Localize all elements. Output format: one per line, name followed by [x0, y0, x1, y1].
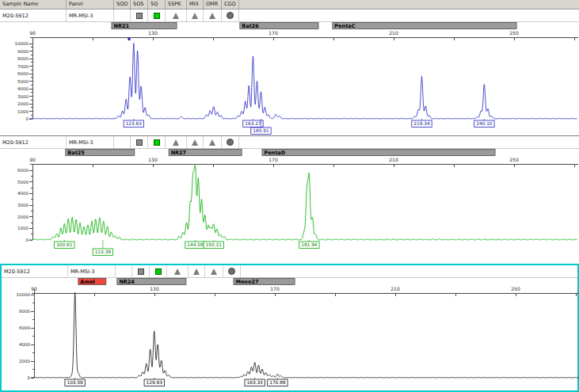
- column-header-sspk[interactable]: SSPK: [166, 0, 187, 9]
- dye-trace: [29, 44, 577, 119]
- flag-sspk-triangle-icon: [166, 136, 187, 148]
- flag-omr-triangle-icon: [205, 265, 223, 277]
- y-axis-tick-label: 9000: [17, 49, 29, 54]
- marker-bar-pentac[interactable]: [333, 23, 516, 29]
- marker-label: Bat26: [242, 23, 259, 29]
- y-axis-tick-label: 5000: [17, 79, 29, 84]
- y-axis-tick-label: 10000: [17, 292, 31, 297]
- sspk-status-glyph: [173, 139, 179, 146]
- mix-status-glyph: [192, 13, 198, 19]
- flag-cgq-circle-icon: [222, 136, 239, 148]
- flag-sqo-cell: [116, 265, 132, 277]
- electropherogram-panel-3: M20-5912MR-MSI-3AmelNR24Mono279013017021…: [0, 264, 579, 392]
- electropherogram-plot[interactable]: AmelNR24Mono2790130170210250020004000600…: [2, 278, 579, 390]
- sample-name: M20-5912: [0, 136, 67, 148]
- peak-size-label: 123.63: [126, 121, 143, 126]
- electropherogram-panel-1: M20-5912MR-MSI-3NR21Bat26PentaC901301702…: [0, 10, 579, 135]
- sample-row-filler: [239, 10, 579, 21]
- peak-size-label: 181.94: [301, 242, 318, 247]
- column-header-sq[interactable]: SQ: [148, 0, 166, 9]
- sos-status-glyph: [136, 13, 143, 19]
- sspk-status-glyph: [173, 13, 179, 19]
- x-axis-tick-label: 90: [29, 30, 36, 36]
- y-axis-tick-label: 3000: [17, 94, 29, 99]
- y-axis-tick-label: 2000: [17, 215, 29, 219]
- y-axis-tick-label: 4000: [17, 86, 29, 91]
- peak-size-label: 103.59: [67, 380, 83, 385]
- cgq-status-glyph: [227, 12, 234, 19]
- sos-status-glyph: [136, 139, 143, 146]
- x-axis-tick-label: 170: [269, 157, 278, 162]
- y-axis-tick-label: 6000: [17, 71, 29, 76]
- flag-sq-square-icon: [148, 10, 166, 21]
- x-axis-tick-label: 170: [269, 30, 278, 36]
- x-axis-tick-label: 210: [389, 30, 398, 36]
- column-header-sample-name[interactable]: Sample Name: [0, 0, 67, 9]
- omr-status-glyph: [209, 13, 215, 19]
- x-axis-tick-label: 250: [509, 30, 519, 36]
- flag-sos-square-icon: [132, 265, 150, 277]
- y-axis-tick-label: 6000: [17, 168, 29, 173]
- marker-label: Amel: [80, 279, 94, 285]
- y-axis-tick-label: 1000: [17, 109, 29, 114]
- marker-bar-pentad[interactable]: [262, 150, 495, 156]
- electropherogram-panels: M20-5912MR-MSI-3NR21Bat26PentaC901301702…: [0, 10, 579, 392]
- marker-label: NR21: [113, 23, 129, 29]
- x-axis-tick-label: 170: [270, 286, 280, 291]
- flag-sos-square-icon: [131, 136, 148, 148]
- marker-label: PentaC: [334, 23, 355, 29]
- sample-name: M20-5912: [2, 265, 68, 277]
- samples-table-header: Sample NamePanelSQOSOSSQSSPKMIXOMRCGQ: [0, 0, 579, 10]
- peak-size-label: 129.93: [147, 380, 163, 385]
- column-header-panel[interactable]: Panel: [67, 0, 114, 9]
- flag-sqo-cell: [114, 136, 131, 148]
- column-header-cgq[interactable]: CGQ: [222, 0, 239, 9]
- column-header-omr[interactable]: OMR: [204, 0, 222, 9]
- y-axis-tick-label: 8000: [17, 56, 29, 61]
- column-header-sos[interactable]: SOS: [131, 0, 148, 9]
- peak-size-label: 240.10: [476, 121, 493, 126]
- marker-label: NR24: [119, 279, 135, 285]
- y-axis-tick-label: 6000: [19, 325, 30, 330]
- peak-size-label: 219.34: [413, 121, 430, 126]
- marker-label: Mono27: [235, 279, 258, 285]
- x-axis-tick-label: 130: [148, 157, 158, 162]
- sspk-status-glyph: [174, 268, 181, 275]
- y-axis-tick-label: 10000: [15, 41, 29, 46]
- peak-size-label: 144.08: [187, 242, 204, 247]
- sample-row[interactable]: M20-5912MR-MSI-3: [0, 10, 579, 22]
- panel-name: MR-MSI-3: [68, 265, 116, 277]
- flag-mix-triangle-icon: [187, 136, 204, 148]
- sample-row-filler: [241, 265, 577, 277]
- dye-trace: [31, 292, 578, 378]
- axis-cursor-marker: [128, 38, 130, 41]
- marker-label: NR27: [171, 150, 187, 156]
- flag-mix-triangle-icon: [189, 265, 205, 277]
- flag-omr-triangle-icon: [204, 10, 222, 21]
- flag-sspk-triangle-icon: [166, 10, 187, 21]
- sample-name: M20-5912: [0, 10, 67, 21]
- flag-sq-square-icon: [148, 136, 166, 148]
- electropherogram-plot[interactable]: NR21Bat26PentaC9013017021025001000200030…: [0, 22, 579, 135]
- electropherogram-plot[interactable]: Bat25NR27PentaD9013017021025001000200030…: [0, 149, 579, 264]
- x-axis-tick-label: 250: [511, 286, 520, 291]
- sos-status-glyph: [138, 268, 144, 275]
- flag-omr-triangle-icon: [204, 136, 222, 148]
- peak-size-label: 150.21: [206, 242, 223, 247]
- column-header-sqo[interactable]: SQO: [114, 0, 131, 9]
- peak-size-label: 163.27: [245, 121, 261, 126]
- sq-status-glyph: [155, 268, 162, 275]
- sample-row[interactable]: M20-5912MR-MSI-3: [0, 136, 579, 149]
- sample-plot-window: Sample NamePanelSQOSOSSQSSPKMIXOMRCGQ M2…: [0, 0, 579, 392]
- y-axis-tick-label: 4000: [19, 342, 30, 347]
- y-axis-tick-label: 0: [28, 375, 31, 380]
- y-axis-tick-label: 8000: [19, 309, 30, 314]
- y-axis-tick-label: 5000: [17, 180, 29, 185]
- x-axis-tick-label: 90: [29, 157, 36, 162]
- flag-cgq-circle-icon: [222, 10, 239, 21]
- peak-size-label: 100.61: [56, 242, 73, 247]
- sq-status-glyph: [154, 13, 160, 19]
- column-header-mix[interactable]: MIX: [187, 0, 204, 9]
- sample-row[interactable]: M20-5912MR-MSI-3: [2, 265, 577, 278]
- mix-status-glyph: [192, 139, 198, 146]
